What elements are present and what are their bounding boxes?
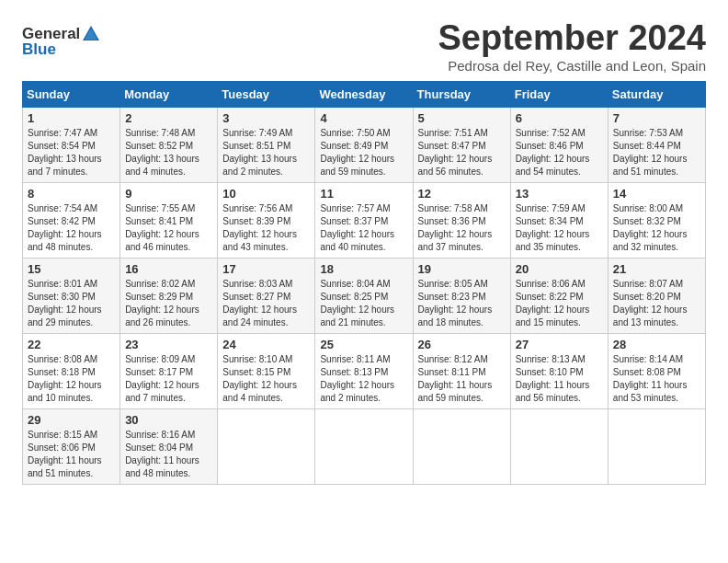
day-number: 24 <box>222 338 310 351</box>
calendar-title: September 2024 <box>438 18 707 58</box>
day-info: Sunrise: 7:47 AMSunset: 8:54 PMDaylight:… <box>28 127 115 178</box>
day-info: Sunrise: 8:11 AMSunset: 8:13 PMDaylight:… <box>320 353 407 405</box>
day-info: Sunrise: 8:07 AMSunset: 8:20 PMDaylight:… <box>613 278 700 329</box>
week-row-2: 8Sunrise: 7:54 AMSunset: 8:42 PMDaylight… <box>23 183 706 259</box>
day-info: Sunrise: 7:52 AMSunset: 8:46 PMDaylight:… <box>516 127 603 178</box>
day-number: 11 <box>320 187 407 201</box>
day-number: 13 <box>516 187 603 201</box>
calendar-subtitle: Pedrosa del Rey, Castille and Leon, Spai… <box>438 58 707 74</box>
column-header-sunday: Sunday <box>23 82 120 108</box>
day-number: 2 <box>125 111 212 125</box>
day-cell-10: 10Sunrise: 7:56 AMSunset: 8:39 PMDayligh… <box>218 183 315 259</box>
empty-cell <box>608 409 705 485</box>
day-cell-28: 28Sunrise: 8:14 AMSunset: 8:08 PMDayligh… <box>608 334 705 409</box>
day-number: 17 <box>222 262 310 276</box>
day-info: Sunrise: 7:55 AMSunset: 8:41 PMDaylight:… <box>125 202 212 254</box>
day-number: 22 <box>28 338 115 351</box>
day-number: 19 <box>418 262 506 276</box>
title-block: September 2024 Pedrosa del Rey, Castille… <box>438 18 707 74</box>
day-number: 18 <box>320 262 407 276</box>
day-number: 25 <box>320 338 407 351</box>
day-number: 21 <box>613 262 700 276</box>
day-info: Sunrise: 7:54 AMSunset: 8:42 PMDaylight:… <box>28 202 115 254</box>
day-cell-23: 23Sunrise: 8:09 AMSunset: 8:17 PMDayligh… <box>120 334 218 409</box>
day-cell-7: 7Sunrise: 7:53 AMSunset: 8:44 PMDaylight… <box>608 108 705 183</box>
day-cell-5: 5Sunrise: 7:51 AMSunset: 8:47 PMDaylight… <box>413 108 510 183</box>
day-number: 30 <box>125 413 212 427</box>
day-cell-12: 12Sunrise: 7:58 AMSunset: 8:36 PMDayligh… <box>413 183 510 259</box>
day-info: Sunrise: 7:48 AMSunset: 8:52 PMDaylight:… <box>125 127 212 178</box>
day-cell-8: 8Sunrise: 7:54 AMSunset: 8:42 PMDaylight… <box>23 183 120 259</box>
day-number: 15 <box>28 262 115 276</box>
day-cell-19: 19Sunrise: 8:05 AMSunset: 8:23 PMDayligh… <box>413 259 510 334</box>
day-info: Sunrise: 8:10 AMSunset: 8:15 PMDaylight:… <box>222 353 310 405</box>
day-cell-21: 21Sunrise: 8:07 AMSunset: 8:20 PMDayligh… <box>608 259 705 334</box>
day-cell-22: 22Sunrise: 8:08 AMSunset: 8:18 PMDayligh… <box>23 334 120 409</box>
day-number: 23 <box>125 338 212 351</box>
day-number: 20 <box>516 262 603 276</box>
day-cell-13: 13Sunrise: 7:59 AMSunset: 8:34 PMDayligh… <box>510 183 608 259</box>
logo: General Blue <box>22 18 102 59</box>
day-cell-1: 1Sunrise: 7:47 AMSunset: 8:54 PMDaylight… <box>23 108 120 183</box>
column-header-friday: Friday <box>510 82 608 108</box>
day-info: Sunrise: 8:04 AMSunset: 8:25 PMDaylight:… <box>320 278 407 329</box>
day-info: Sunrise: 8:00 AMSunset: 8:32 PMDaylight:… <box>613 202 700 254</box>
day-info: Sunrise: 8:01 AMSunset: 8:30 PMDaylight:… <box>28 278 115 329</box>
day-cell-16: 16Sunrise: 8:02 AMSunset: 8:29 PMDayligh… <box>120 259 218 334</box>
day-info: Sunrise: 8:15 AMSunset: 8:06 PMDaylight:… <box>28 429 115 480</box>
day-number: 5 <box>418 111 506 125</box>
empty-cell <box>413 409 510 485</box>
day-number: 28 <box>613 338 700 351</box>
day-number: 14 <box>613 187 700 201</box>
day-info: Sunrise: 8:06 AMSunset: 8:22 PMDaylight:… <box>516 278 603 329</box>
header-section: General Blue September 2024 Pedrosa del … <box>22 18 706 74</box>
day-info: Sunrise: 8:08 AMSunset: 8:18 PMDaylight:… <box>28 353 115 405</box>
week-row-4: 22Sunrise: 8:08 AMSunset: 8:18 PMDayligh… <box>23 334 706 409</box>
day-cell-30: 30Sunrise: 8:16 AMSunset: 8:04 PMDayligh… <box>120 409 218 485</box>
day-number: 9 <box>125 187 212 201</box>
header-row: SundayMondayTuesdayWednesdayThursdayFrid… <box>23 82 706 108</box>
day-cell-3: 3Sunrise: 7:49 AMSunset: 8:51 PMDaylight… <box>218 108 315 183</box>
day-cell-14: 14Sunrise: 8:00 AMSunset: 8:32 PMDayligh… <box>608 183 705 259</box>
day-info: Sunrise: 8:05 AMSunset: 8:23 PMDaylight:… <box>418 278 506 329</box>
day-number: 1 <box>28 111 115 125</box>
day-cell-2: 2Sunrise: 7:48 AMSunset: 8:52 PMDaylight… <box>120 108 218 183</box>
day-number: 3 <box>222 111 310 125</box>
logo-blue: Blue <box>22 40 56 59</box>
day-cell-26: 26Sunrise: 8:12 AMSunset: 8:11 PMDayligh… <box>413 334 510 409</box>
day-cell-27: 27Sunrise: 8:13 AMSunset: 8:10 PMDayligh… <box>510 334 608 409</box>
day-cell-25: 25Sunrise: 8:11 AMSunset: 8:13 PMDayligh… <box>315 334 413 409</box>
day-number: 8 <box>28 187 115 201</box>
column-header-tuesday: Tuesday <box>218 82 315 108</box>
day-cell-9: 9Sunrise: 7:55 AMSunset: 8:41 PMDaylight… <box>120 183 218 259</box>
day-info: Sunrise: 8:16 AMSunset: 8:04 PMDaylight:… <box>125 429 212 480</box>
day-number: 7 <box>613 111 700 125</box>
day-cell-29: 29Sunrise: 8:15 AMSunset: 8:06 PMDayligh… <box>23 409 120 485</box>
column-header-saturday: Saturday <box>608 82 705 108</box>
day-info: Sunrise: 8:14 AMSunset: 8:08 PMDaylight:… <box>613 353 700 405</box>
empty-cell <box>510 409 608 485</box>
column-header-monday: Monday <box>120 82 218 108</box>
day-info: Sunrise: 7:49 AMSunset: 8:51 PMDaylight:… <box>222 127 310 178</box>
day-cell-18: 18Sunrise: 8:04 AMSunset: 8:25 PMDayligh… <box>315 259 413 334</box>
day-number: 10 <box>222 187 310 201</box>
day-info: Sunrise: 8:13 AMSunset: 8:10 PMDaylight:… <box>516 353 603 405</box>
calendar-table: SundayMondayTuesdayWednesdayThursdayFrid… <box>22 81 706 485</box>
empty-cell <box>218 409 315 485</box>
day-number: 12 <box>418 187 506 201</box>
day-info: Sunrise: 7:57 AMSunset: 8:37 PMDaylight:… <box>320 202 407 254</box>
logo-icon <box>81 24 101 44</box>
day-cell-20: 20Sunrise: 8:06 AMSunset: 8:22 PMDayligh… <box>510 259 608 334</box>
day-cell-11: 11Sunrise: 7:57 AMSunset: 8:37 PMDayligh… <box>315 183 413 259</box>
day-number: 26 <box>418 338 506 351</box>
day-info: Sunrise: 7:58 AMSunset: 8:36 PMDaylight:… <box>418 202 506 254</box>
week-row-1: 1Sunrise: 7:47 AMSunset: 8:54 PMDaylight… <box>23 108 706 183</box>
day-info: Sunrise: 8:03 AMSunset: 8:27 PMDaylight:… <box>222 278 310 329</box>
day-info: Sunrise: 7:59 AMSunset: 8:34 PMDaylight:… <box>516 202 603 254</box>
day-cell-17: 17Sunrise: 8:03 AMSunset: 8:27 PMDayligh… <box>218 259 315 334</box>
week-row-5: 29Sunrise: 8:15 AMSunset: 8:06 PMDayligh… <box>23 409 706 485</box>
day-info: Sunrise: 8:12 AMSunset: 8:11 PMDaylight:… <box>418 353 506 405</box>
day-cell-15: 15Sunrise: 8:01 AMSunset: 8:30 PMDayligh… <box>23 259 120 334</box>
column-header-wednesday: Wednesday <box>315 82 413 108</box>
empty-cell <box>315 409 413 485</box>
